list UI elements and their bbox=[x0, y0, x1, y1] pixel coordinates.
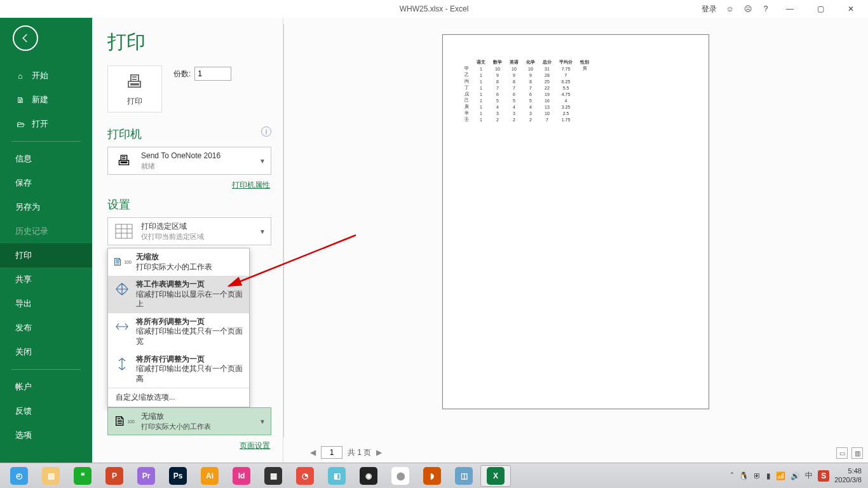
tray-sogou-icon[interactable]: S bbox=[818, 470, 829, 482]
taskbar-app[interactable]: ▦ bbox=[258, 465, 288, 487]
sidebar-item-history: 历史记录 bbox=[0, 219, 92, 243]
page-setup-link[interactable]: 页面设置 bbox=[240, 440, 270, 451]
scale-option-fit-columns[interactable]: 将所有列调整为一页缩减打印输出使其只有一个页面宽 bbox=[108, 313, 249, 351]
scale-option-custom[interactable]: 自定义缩放选项... bbox=[108, 388, 249, 407]
taskbar-app[interactable]: X bbox=[480, 465, 511, 487]
fit-columns-icon bbox=[113, 317, 131, 336]
chevron-down-icon: ▼ bbox=[259, 228, 266, 235]
chevron-down-icon: ▼ bbox=[259, 418, 266, 425]
back-button[interactable] bbox=[13, 25, 38, 51]
print-range-dropdown[interactable]: 打印选定区域 仅打印当前选定区域 ▼ bbox=[107, 217, 271, 245]
next-page-button[interactable]: ▶ bbox=[376, 448, 382, 457]
scale-option-fit-sheet[interactable]: 将工作表调整为一页缩减打印输出以显示在一个页面上 bbox=[108, 276, 249, 313]
close-button[interactable]: ✕ bbox=[840, 2, 862, 16]
print-preview: 语文数学英语化学总分平均分性别甲1101010317.75男乙1999287丙1… bbox=[283, 18, 868, 463]
no-scale-icon: 🗎100 bbox=[113, 412, 135, 431]
taskbar-app[interactable]: ◴ bbox=[4, 465, 34, 487]
face-sad-icon[interactable]: ☹ bbox=[743, 4, 752, 13]
tray-battery-icon[interactable]: ▮ bbox=[766, 471, 771, 480]
sidebar-item-home[interactable]: ⌂开始 bbox=[0, 64, 92, 88]
svg-rect-0 bbox=[116, 224, 132, 238]
page-number-input[interactable] bbox=[321, 446, 342, 459]
sidebar-separator bbox=[11, 141, 81, 142]
zoom-margins-button[interactable]: ▥ bbox=[851, 447, 863, 459]
face-smile-icon[interactable]: ☺ bbox=[726, 4, 735, 13]
sidebar-item-export[interactable]: 导出 bbox=[0, 292, 92, 316]
sidebar-separator bbox=[11, 369, 81, 370]
taskbar-app[interactable]: Id bbox=[226, 465, 257, 487]
grid-selection-icon bbox=[113, 222, 135, 241]
fit-rows-icon bbox=[113, 355, 131, 374]
tray-ime-icon[interactable]: 中 bbox=[805, 470, 813, 481]
copies-label: 份数: bbox=[173, 69, 191, 79]
new-file-icon: 🗎 bbox=[15, 95, 25, 105]
sidebar-item-feedback[interactable]: 反馈 bbox=[0, 399, 92, 423]
taskbar-clock[interactable]: 5:48 2020/3/8 bbox=[834, 467, 864, 484]
print-button[interactable]: 🖶 打印 bbox=[107, 65, 162, 112]
scaling-dropdown-list: 🗎100 无缩放打印实际大小的工作表 将工作表调整为一页缩减打印输出以显示在一个… bbox=[107, 248, 250, 407]
back-arrow-icon bbox=[20, 32, 31, 44]
chevron-down-icon: ▼ bbox=[259, 158, 266, 165]
printer-icon: 🖶 bbox=[126, 71, 144, 92]
taskbar-app[interactable]: Pr bbox=[131, 465, 161, 487]
tray-volume-icon[interactable]: 🔊 bbox=[790, 471, 800, 480]
sidebar-item-options[interactable]: 选项 bbox=[0, 423, 92, 447]
titlebar: WHW25.xlsx - Excel 登录 ☺ ☹ ? — ▢ ✕ bbox=[0, 0, 868, 18]
sidebar-item-close[interactable]: 关闭 bbox=[0, 340, 92, 364]
sidebar-item-print[interactable]: 打印 bbox=[0, 243, 92, 268]
taskbar-app[interactable]: Ai bbox=[194, 465, 225, 487]
sidebar-item-open[interactable]: 🗁打开 bbox=[0, 112, 92, 136]
login-link[interactable]: 登录 bbox=[702, 4, 717, 15]
sidebar-item-info[interactable]: 信息 bbox=[0, 147, 92, 171]
scaling-dropdown[interactable]: 🗎100 无缩放 打印实际大小的工作表 ▼ bbox=[107, 407, 271, 435]
tray-qq-icon[interactable]: 🐧 bbox=[739, 471, 749, 480]
taskbar-app[interactable]: ◧ bbox=[322, 465, 352, 487]
home-icon: ⌂ bbox=[15, 71, 25, 81]
preview-page: 语文数学英语化学总分平均分性别甲1101010317.75男乙1999287丙1… bbox=[442, 34, 709, 409]
sidebar-item-new[interactable]: 🗎新建 bbox=[0, 88, 92, 112]
taskbar-app[interactable]: ◗ bbox=[417, 465, 447, 487]
copies-input[interactable] bbox=[194, 67, 231, 81]
taskbar-app[interactable]: ▥ bbox=[36, 465, 66, 487]
sidebar-item-save[interactable]: 保存 bbox=[0, 171, 92, 195]
help-icon[interactable]: ? bbox=[761, 4, 770, 13]
pager: ◀ 共 1 页 ▶ bbox=[310, 446, 382, 459]
sidebar-item-account[interactable]: 帐户 bbox=[0, 375, 92, 399]
backstage-sidebar: ⌂开始 🗎新建 🗁打开 信息 保存 另存为 历史记录 打印 共享 导出 发布 关… bbox=[0, 18, 92, 463]
maximize-button[interactable]: ▢ bbox=[810, 2, 831, 16]
window-title: WHW25.xlsx - Excel bbox=[400, 4, 469, 13]
page-title: 打印 bbox=[107, 29, 271, 55]
tray-shield-icon[interactable]: ⛨ bbox=[754, 471, 761, 480]
scale-option-none[interactable]: 🗎100 无缩放打印实际大小的工作表 bbox=[108, 248, 249, 276]
settings-section-title: 设置 bbox=[107, 197, 271, 212]
taskbar-app[interactable]: ◫ bbox=[449, 465, 479, 487]
taskbar-app[interactable]: P bbox=[99, 465, 130, 487]
taskbar-app[interactable]: ❝ bbox=[67, 465, 98, 487]
taskbar-app[interactable]: ⬤ bbox=[385, 465, 416, 487]
zoom-to-page-button[interactable]: ▭ bbox=[836, 447, 848, 459]
no-scale-icon: 🗎100 bbox=[113, 252, 131, 271]
scale-option-fit-rows[interactable]: 将所有行调整为一页缩减打印输出使其只有一个页面高 bbox=[108, 351, 249, 388]
tray-expand-icon[interactable]: ˄ bbox=[730, 471, 734, 480]
print-settings-panel: 打印 🖶 打印 份数: i 打印机 🖶 Send To OneNote 2016 bbox=[92, 18, 283, 463]
info-icon[interactable]: i bbox=[261, 126, 271, 137]
printer-ready-icon: 🖶 bbox=[113, 151, 135, 170]
prev-page-button[interactable]: ◀ bbox=[310, 448, 316, 457]
printer-dropdown[interactable]: 🖶 Send To OneNote 2016 就绪 ▼ bbox=[107, 147, 271, 175]
sidebar-item-saveas[interactable]: 另存为 bbox=[0, 195, 92, 219]
preview-table: 语文数学英语化学总分平均分性别甲1101010317.75男乙1999287丙1… bbox=[461, 59, 593, 123]
printer-properties-link[interactable]: 打印机属性 bbox=[232, 180, 270, 191]
open-folder-icon: 🗁 bbox=[15, 119, 25, 129]
tray-wifi-icon[interactable]: 📶 bbox=[776, 471, 785, 480]
minimize-button[interactable]: — bbox=[779, 2, 801, 16]
taskbar-app[interactable]: Ps bbox=[163, 465, 193, 487]
taskbar-app[interactable]: ◉ bbox=[353, 465, 384, 487]
fit-sheet-icon bbox=[113, 280, 131, 299]
taskbar: ◴▥❝PPrPsAiId▦◔◧◉⬤◗◫X ˄ 🐧 ⛨ ▮ 📶 🔊 中 S 5:4… bbox=[0, 463, 868, 488]
sidebar-item-publish[interactable]: 发布 bbox=[0, 316, 92, 340]
printer-section-title: 打印机 bbox=[107, 126, 271, 142]
sidebar-item-share[interactable]: 共享 bbox=[0, 268, 92, 292]
page-total-label: 共 1 页 bbox=[348, 447, 371, 458]
taskbar-app[interactable]: ◔ bbox=[290, 465, 320, 487]
